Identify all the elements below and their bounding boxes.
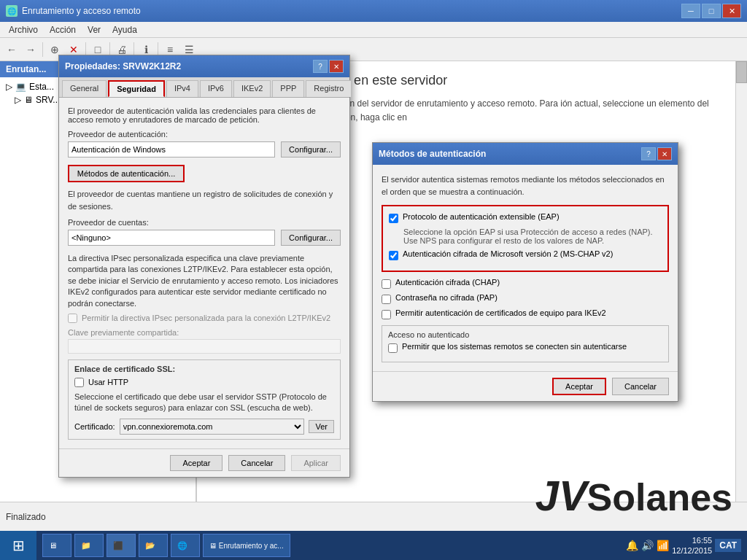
tray-network-icon[interactable]: 📶 — [657, 540, 669, 551]
tree-arrow-icon: ▷ — [15, 95, 21, 105]
auth-options-box: Protocolo de autenticación extensible (E… — [382, 205, 669, 272]
auth-dialog-controls: ? ✕ — [641, 147, 672, 160]
tab-ikev2[interactable]: IKEv2 — [233, 80, 271, 97]
properties-dialog: Propiedades: SRVW2K12R2 ? ✕ General Segu… — [58, 55, 350, 478]
computer-icon: 💻 — [15, 82, 26, 92]
unauthenticated-label: Permitir que los sistemas remotos se con… — [402, 342, 627, 351]
menu-ayuda[interactable]: Ayuda — [107, 23, 143, 36]
taskbar-items: 🖥 📁 ⬛ 📂 🌐 🖥 Enrutamiento y ac... — [36, 534, 620, 557]
dialog-tabs: General Seguridad IPv4 IPv6 IKEv2 PPP Re… — [59, 77, 349, 98]
right-scrollbar[interactable] — [735, 61, 747, 502]
menu-archivo[interactable]: Archivo — [3, 23, 44, 36]
taskbar: ⊞ 🖥 📁 ⬛ 📂 🌐 🖥 Enrutamiento y ac... 🔔 🔊 📶… — [0, 531, 747, 560]
tray-clock[interactable]: 16:55 12/12/2015 — [672, 535, 712, 556]
dialog-help-button[interactable]: ? — [313, 60, 328, 73]
auth-option-pap: Contraseña no cifrada (PAP) — [382, 293, 669, 304]
auth-provider-label: Proveedor de autenticación: — [68, 130, 341, 139]
dialog-title-controls: ? ✕ — [313, 60, 344, 73]
properties-aceptar-button[interactable]: Aceptar — [170, 455, 222, 471]
accounts-provider-select[interactable]: <Ninguno> — [68, 230, 275, 246]
taskbar-explorer-icon[interactable]: 📂 — [139, 534, 168, 557]
auth-dialog-title: Métodos de autenticación — [379, 149, 486, 159]
ipsec-desc: La directiva IPsec personalizada especif… — [68, 253, 341, 309]
auth-option-unauthenticated: Permitir que los sistemas remotos se con… — [388, 342, 662, 353]
eap-desc: Seleccione la opción EAP si usa Protecci… — [403, 228, 662, 245]
ipsec-checkbox-label: Permitir la directiva IPsec personalizad… — [82, 314, 330, 322]
ssl-desc: Seleccione el certificado que debe usar … — [74, 392, 334, 414]
taskbar-app-item[interactable]: 🖥 Enrutamiento y ac... — [203, 534, 290, 557]
auth-dialog-desc: El servidor autentica sistemas remotos m… — [382, 174, 669, 198]
tab-registro[interactable]: Registro — [306, 80, 352, 97]
taskbar-folder-icon[interactable]: 📁 — [74, 534, 104, 557]
auth-dialog-footer: Aceptar Cancelar — [373, 371, 678, 401]
eap-checkbox[interactable] — [389, 214, 398, 223]
pap-checkbox[interactable] — [382, 295, 391, 304]
tab-general[interactable]: General — [62, 80, 107, 97]
taskbar-computer-icon[interactable]: 🖥 — [42, 534, 71, 557]
provider-desc: El proveedor de cuentas mantiene un regi… — [68, 188, 341, 212]
title-bar-controls: ─ □ ✕ — [681, 4, 741, 18]
menu-ver[interactable]: Ver — [82, 23, 107, 36]
ikev2-cert-label: Permitir autenticación de certificados d… — [395, 308, 606, 317]
tab-ppp[interactable]: PPP — [272, 80, 304, 97]
auth-cancelar-button[interactable]: Cancelar — [612, 378, 669, 395]
auth-option-mschapv2: Autenticación cifrada de Microsoft versi… — [389, 249, 662, 260]
window-title: Enrutamiento y acceso remoto — [22, 6, 141, 16]
eap-label: Protocolo de autenticación extensible (E… — [403, 212, 560, 221]
back-button[interactable]: ← — [3, 41, 20, 58]
properties-dialog-titlebar: Propiedades: SRVW2K12R2 ? ✕ — [59, 55, 349, 77]
auth-option-ikev2: Permitir autenticación de certificados d… — [382, 308, 669, 319]
auth-provider-select[interactable]: Autenticación de Windows — [68, 141, 275, 158]
chap-checkbox[interactable] — [382, 279, 391, 289]
tab-ipv4[interactable]: IPv4 — [166, 80, 198, 97]
auth-dialog-help-button[interactable]: ? — [641, 147, 656, 160]
tray-language[interactable]: CAT — [715, 539, 741, 552]
tab-ipv6[interactable]: IPv6 — [200, 80, 232, 97]
auth-dialog-titlebar: Métodos de autenticación ? ✕ — [373, 143, 678, 165]
ver-button[interactable]: Ver — [309, 420, 334, 433]
start-button[interactable]: ⊞ — [0, 531, 36, 560]
app-icon: 🌐 — [6, 5, 18, 17]
tray-notification-icon[interactable]: 🔔 — [626, 540, 638, 551]
maximize-button[interactable]: □ — [702, 4, 721, 18]
status-text: Finalizado — [6, 512, 46, 522]
watermark-jv: JV — [535, 472, 587, 519]
menu-accion[interactable]: Acción — [44, 23, 82, 36]
taskbar-terminal-icon[interactable]: ⬛ — [107, 534, 136, 557]
properties-aplicar-button[interactable]: Aplicar — [291, 455, 341, 471]
taskbar-network-icon[interactable]: 🌐 — [171, 534, 200, 557]
menu-bar: Archivo Acción Ver Ayuda — [0, 22, 747, 38]
forward-button[interactable]: → — [22, 41, 39, 58]
auth-methods-button[interactable]: Métodos de autenticación... — [68, 165, 185, 182]
shared-key-row: Clave previamente compartida: — [68, 327, 341, 354]
unauthenticated-section: Acceso no autenticado Permitir que los s… — [382, 325, 669, 362]
ikev2-cert-checkbox[interactable] — [382, 310, 391, 319]
watermark-text: JVSolanes — [535, 476, 732, 518]
dialog-close-button[interactable]: ✕ — [329, 60, 344, 73]
auth-aceptar-button[interactable]: Aceptar — [552, 378, 606, 395]
close-button[interactable]: ✕ — [722, 4, 741, 18]
minimize-button[interactable]: ─ — [681, 4, 700, 18]
accounts-provider-row: <Ninguno> Configurar... — [68, 230, 341, 246]
watermark: JVSolanes — [535, 471, 732, 520]
use-http-checkbox[interactable] — [74, 378, 84, 387]
properties-cancelar-button[interactable]: Cancelar — [228, 455, 285, 471]
auth-dialog-close-button[interactable]: ✕ — [657, 147, 672, 160]
unauthenticated-checkbox[interactable] — [388, 343, 398, 353]
cert-select[interactable]: vpn.connexioremota.com — [120, 419, 305, 435]
shared-key-label: Clave previamente compartida: — [68, 328, 179, 337]
mschapv2-checkbox[interactable] — [389, 251, 398, 260]
tray-time: 16:55 — [672, 535, 712, 545]
use-http-row: Usar HTTP — [74, 378, 334, 387]
toolbar-separator-1 — [42, 42, 43, 57]
chap-label: Autenticación cifrada (CHAP) — [395, 278, 500, 287]
tab-seguridad[interactable]: Seguridad — [108, 80, 165, 97]
auth-methods-dialog: Métodos de autenticación ? ✕ El servidor… — [372, 142, 678, 402]
ipsec-checkbox[interactable] — [68, 314, 77, 323]
ipsec-checkbox-row: Permitir la directiva IPsec personalizad… — [68, 314, 341, 323]
tray-volume-icon[interactable]: 🔊 — [641, 540, 654, 551]
mschapv2-label: Autenticación cifrada de Microsoft versi… — [403, 249, 613, 258]
auth-configurar-button[interactable]: Configurar... — [281, 141, 341, 158]
accounts-configurar-button[interactable]: Configurar... — [281, 230, 341, 246]
properties-dialog-title: Propiedades: SRVW2K12R2 — [65, 61, 181, 71]
